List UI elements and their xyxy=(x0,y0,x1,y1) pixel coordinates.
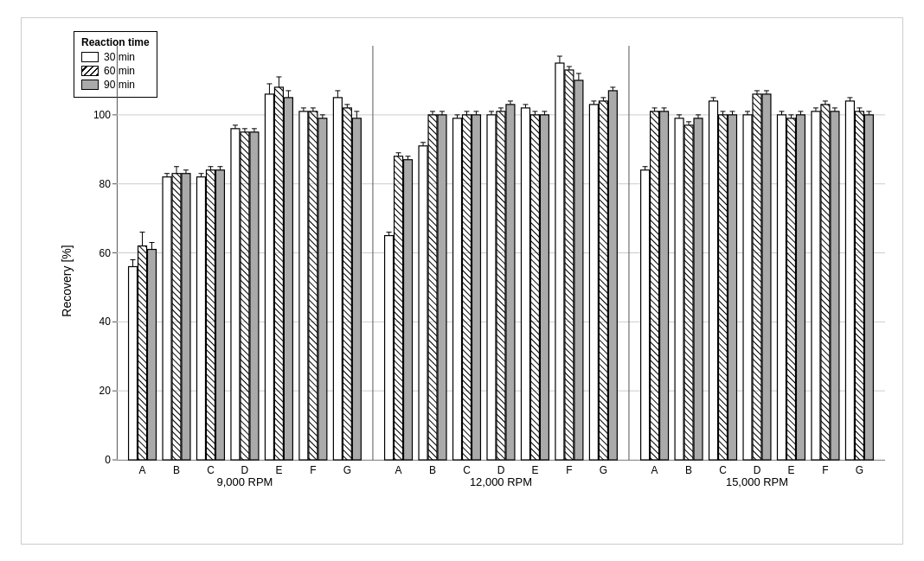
svg-rect-89 xyxy=(352,118,361,459)
svg-text:15,000 RPM: 15,000 RPM xyxy=(726,475,788,488)
svg-rect-121 xyxy=(453,118,462,459)
svg-rect-244 xyxy=(845,100,854,459)
svg-rect-132 xyxy=(487,114,496,459)
svg-text:D: D xyxy=(754,463,761,475)
svg-rect-191 xyxy=(684,124,693,459)
svg-rect-86 xyxy=(333,97,342,459)
svg-text:40: 40 xyxy=(99,316,112,328)
svg-rect-20 xyxy=(129,266,138,460)
svg-text:A: A xyxy=(651,463,658,475)
svg-rect-214 xyxy=(762,93,771,459)
svg-text:E: E xyxy=(275,463,282,475)
svg-text:G: G xyxy=(856,463,863,475)
svg-rect-165 xyxy=(589,104,598,459)
svg-rect-233 xyxy=(812,111,820,459)
svg-rect-64 xyxy=(265,93,273,459)
svg-text:D: D xyxy=(241,463,249,475)
svg-rect-45 xyxy=(215,169,224,459)
svg-rect-112 xyxy=(428,114,437,459)
svg-rect-124 xyxy=(472,114,480,459)
svg-rect-134 xyxy=(497,111,505,459)
svg-text:12,000 RPM: 12,000 RPM xyxy=(470,475,532,488)
svg-rect-222 xyxy=(777,114,786,459)
svg-rect-78 xyxy=(318,118,327,459)
svg-text:B: B xyxy=(429,463,436,475)
svg-rect-154 xyxy=(555,62,564,459)
svg-text:0: 0 xyxy=(105,453,111,465)
svg-rect-247 xyxy=(864,114,873,459)
svg-rect-44 xyxy=(206,169,215,459)
svg-text:D: D xyxy=(497,463,505,475)
svg-rect-167 xyxy=(599,100,607,459)
svg-rect-67 xyxy=(284,97,292,459)
svg-text:100: 100 xyxy=(93,108,111,120)
svg-rect-23 xyxy=(148,249,157,459)
main-chart: 020406080100ABCDEFG9,000 RPMABCDEFG12,00… xyxy=(82,31,889,492)
svg-rect-236 xyxy=(831,111,839,459)
svg-rect-22 xyxy=(138,245,147,459)
svg-rect-202 xyxy=(719,114,728,459)
svg-text:E: E xyxy=(531,463,538,475)
svg-rect-146 xyxy=(540,114,549,459)
svg-rect-77 xyxy=(309,111,318,459)
svg-text:60: 60 xyxy=(99,246,112,258)
svg-rect-88 xyxy=(343,107,351,459)
svg-rect-156 xyxy=(565,69,574,459)
chart-container: Recovery [%] Reaction time 30 min 60 min… xyxy=(21,17,903,545)
svg-rect-135 xyxy=(506,104,515,459)
svg-rect-66 xyxy=(274,86,283,459)
svg-rect-178 xyxy=(641,169,650,459)
svg-rect-180 xyxy=(651,111,659,459)
svg-rect-56 xyxy=(250,131,259,459)
svg-text:C: C xyxy=(207,463,215,475)
svg-rect-157 xyxy=(574,80,583,459)
svg-rect-99 xyxy=(385,235,394,459)
svg-rect-145 xyxy=(530,114,539,459)
svg-rect-143 xyxy=(521,107,529,459)
svg-text:20: 20 xyxy=(99,385,112,397)
svg-rect-33 xyxy=(172,173,181,459)
svg-text:C: C xyxy=(719,463,727,475)
svg-rect-246 xyxy=(855,111,863,459)
svg-rect-42 xyxy=(196,176,205,459)
svg-rect-225 xyxy=(796,114,805,459)
svg-rect-102 xyxy=(404,159,413,459)
svg-text:G: G xyxy=(600,463,607,475)
svg-text:E: E xyxy=(787,463,794,475)
svg-text:B: B xyxy=(685,463,692,475)
svg-rect-101 xyxy=(395,156,403,459)
svg-rect-55 xyxy=(241,131,249,459)
svg-text:B: B xyxy=(173,463,180,475)
svg-text:A: A xyxy=(395,463,402,475)
y-axis-label: Recovery [%] xyxy=(60,245,74,316)
svg-text:9,000 RPM: 9,000 RPM xyxy=(216,475,273,488)
svg-rect-203 xyxy=(728,114,737,459)
svg-rect-235 xyxy=(821,104,830,459)
svg-rect-31 xyxy=(163,176,171,459)
svg-rect-75 xyxy=(299,111,308,459)
svg-rect-181 xyxy=(660,111,669,459)
svg-text:80: 80 xyxy=(99,177,112,189)
svg-text:F: F xyxy=(566,463,572,475)
svg-rect-213 xyxy=(753,93,761,459)
svg-text:F: F xyxy=(310,463,316,475)
svg-rect-113 xyxy=(438,114,446,459)
svg-rect-168 xyxy=(608,90,617,459)
svg-text:C: C xyxy=(463,463,471,475)
svg-rect-211 xyxy=(743,114,752,459)
svg-rect-224 xyxy=(786,118,795,459)
svg-text:G: G xyxy=(343,463,351,475)
svg-text:A: A xyxy=(139,463,146,475)
svg-rect-34 xyxy=(182,173,190,459)
svg-rect-200 xyxy=(709,100,718,459)
svg-rect-192 xyxy=(694,118,703,459)
svg-rect-123 xyxy=(463,114,472,459)
svg-rect-110 xyxy=(419,145,427,459)
svg-rect-53 xyxy=(231,128,240,459)
svg-rect-189 xyxy=(675,118,683,459)
svg-text:F: F xyxy=(822,463,828,475)
